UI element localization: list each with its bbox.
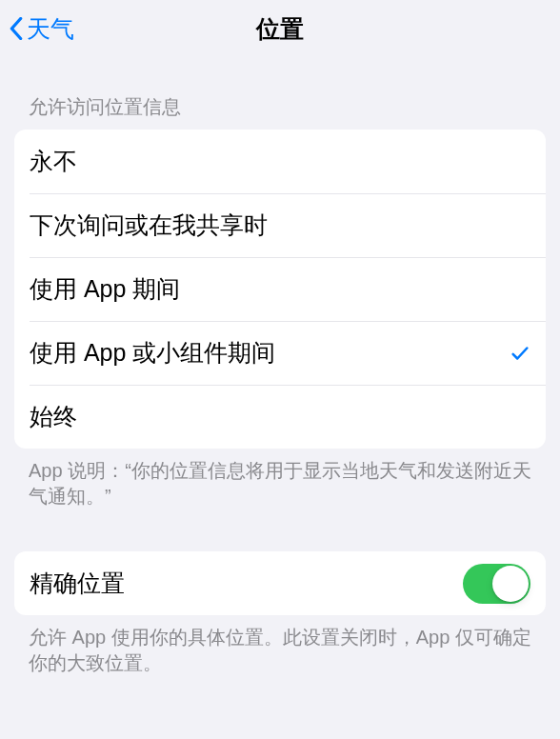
chevron-left-icon [8,15,25,42]
option-never[interactable]: 永不 [14,130,546,193]
section-header-location-access: 允许访问位置信息 [0,57,560,130]
precise-location-group: 精确位置 [14,551,546,615]
precise-location-row: 精确位置 [14,551,546,615]
option-while-using-app-or-widgets[interactable]: 使用 App 或小组件期间 [14,321,546,385]
option-label: 始终 [30,401,77,432]
precise-location-label: 精确位置 [30,568,125,599]
option-while-using-app[interactable]: 使用 App 期间 [14,257,546,321]
section-footer-app-explanation: App 说明：“你的位置信息将用于显示当地天气和发送附近天气通知。” [0,449,560,509]
page-title: 位置 [256,13,304,45]
back-label: 天气 [27,13,74,45]
option-label: 永不 [30,146,77,177]
switch-knob [492,566,529,602]
option-label: 下次询问或在我共享时 [30,210,268,241]
option-ask-next-time[interactable]: 下次询问或在我共享时 [14,193,546,257]
option-label: 使用 App 期间 [30,273,180,305]
section-footer-precise-explanation: 允许 App 使用你的具体位置。此设置关闭时，App 仅可确定你的大致位置。 [0,615,560,676]
option-always[interactable]: 始终 [14,385,546,449]
back-button[interactable]: 天气 [8,13,74,45]
precise-location-toggle[interactable] [463,564,530,604]
checkmark-icon [506,341,530,366]
option-label: 使用 App 或小组件期间 [30,337,275,369]
nav-bar: 天气 位置 [0,0,560,57]
location-access-group: 永不 下次询问或在我共享时 使用 App 期间 使用 App 或小组件期间 始终 [14,130,546,449]
